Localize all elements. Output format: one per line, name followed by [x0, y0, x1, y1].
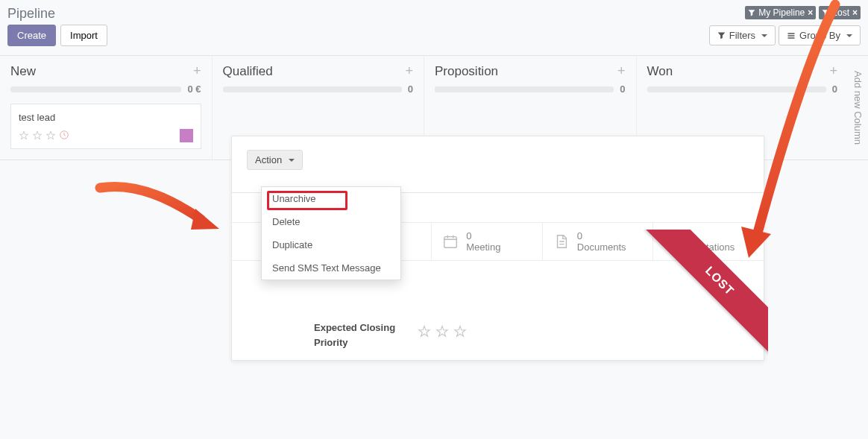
- plus-icon[interactable]: +: [193, 63, 201, 79]
- star-icon[interactable]: [418, 325, 431, 338]
- annotation-arrow: [92, 165, 227, 240]
- active-filter-tags: My Pipeline × Lost ×: [745, 6, 861, 19]
- column-value: 0: [620, 83, 625, 95]
- calendar-icon: [442, 233, 459, 250]
- expected-closing-label: Expected Closing: [314, 320, 395, 335]
- stat-count: 0: [466, 230, 500, 241]
- action-unarchive[interactable]: Unarchive: [262, 187, 400, 210]
- clock-icon: [59, 130, 69, 142]
- progress-bar: [647, 86, 826, 92]
- stat-quotations[interactable]: 0Quotations: [652, 223, 764, 260]
- column-value: 0: [832, 83, 837, 95]
- page-title: Pipeline: [7, 6, 55, 22]
- create-button[interactable]: Create: [7, 25, 56, 46]
- plus-icon[interactable]: +: [617, 63, 626, 79]
- groupby-dropdown[interactable]: Group By: [779, 25, 861, 45]
- add-column-button[interactable]: Add new Column: [848, 56, 868, 160]
- action-delete[interactable]: Delete: [262, 210, 400, 233]
- priority-label: Priority: [314, 335, 395, 350]
- column-value: 0: [408, 83, 413, 95]
- stat-label: Meeting: [466, 241, 500, 253]
- action-dropdown-button[interactable]: Action: [247, 150, 303, 170]
- filters-dropdown[interactable]: Filters: [709, 25, 776, 45]
- stat-documents[interactable]: 0Documents: [542, 223, 653, 260]
- card-stars[interactable]: [19, 130, 69, 142]
- edit-icon: [664, 233, 680, 250]
- column-title: Proposition: [435, 64, 498, 79]
- filter-tag-lost[interactable]: Lost ×: [819, 6, 861, 19]
- column-value: 0 €: [187, 83, 201, 95]
- funnel-icon: [748, 9, 755, 16]
- filters-label: Filters: [729, 30, 755, 41]
- star-icon[interactable]: [32, 130, 43, 141]
- priority-stars[interactable]: [418, 320, 467, 338]
- close-icon[interactable]: ×: [852, 7, 858, 18]
- filter-tag-my-pipeline[interactable]: My Pipeline ×: [745, 6, 816, 19]
- kanban-column-new: New + 0 € test lead: [0, 56, 213, 160]
- progress-bar: [435, 86, 614, 92]
- star-icon[interactable]: [19, 130, 29, 141]
- plus-icon[interactable]: +: [829, 63, 837, 79]
- stat-count: 0: [577, 230, 626, 241]
- stat-meeting[interactable]: 0Meeting: [431, 223, 542, 260]
- column-title: Qualified: [223, 64, 273, 79]
- close-icon[interactable]: ×: [808, 7, 813, 18]
- document-icon: [553, 233, 570, 250]
- groupby-label: Group By: [799, 30, 840, 41]
- list-icon: [787, 31, 796, 40]
- import-button[interactable]: Import: [60, 25, 107, 46]
- plus-icon[interactable]: +: [405, 63, 413, 79]
- action-duplicate[interactable]: Duplicate: [262, 233, 400, 256]
- star-icon[interactable]: [45, 130, 56, 141]
- filter-tag-label: My Pipeline: [758, 7, 805, 18]
- column-title: New: [10, 64, 36, 79]
- avatar[interactable]: [180, 129, 193, 142]
- funnel-icon: [822, 9, 829, 16]
- field-labels: Expected Closing Priority: [314, 320, 395, 350]
- filter-tag-label: Lost: [832, 7, 849, 18]
- action-dropdown-menu: Unarchive Delete Duplicate Send SMS Text…: [261, 186, 401, 280]
- progress-bar: [10, 86, 181, 92]
- card-title: test lead: [19, 112, 193, 123]
- star-icon[interactable]: [453, 325, 467, 338]
- action-label: Action: [255, 154, 282, 165]
- stat-label: Documents: [577, 241, 626, 253]
- funnel-icon: [717, 31, 726, 40]
- action-send-sms[interactable]: Send SMS Text Message: [262, 256, 400, 279]
- column-title: Won: [647, 64, 673, 79]
- stat-count: 0: [688, 230, 735, 241]
- kanban-card[interactable]: test lead: [10, 104, 201, 149]
- stat-label: Quotations: [688, 241, 735, 253]
- progress-bar: [223, 86, 402, 92]
- star-icon[interactable]: [435, 325, 449, 338]
- svg-rect-1: [444, 237, 457, 248]
